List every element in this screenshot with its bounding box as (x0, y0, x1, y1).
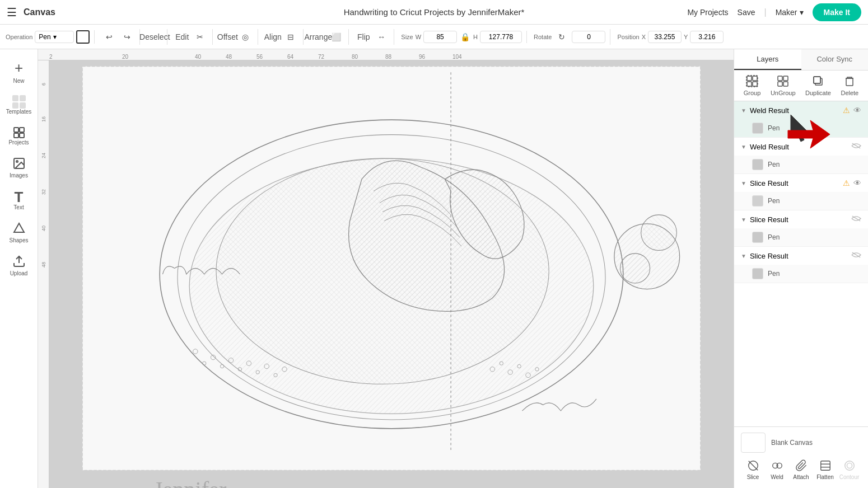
svg-rect-39 (753, 76, 757, 81)
projects-icon (12, 126, 26, 139)
offset-section: Offset ◎ (220, 29, 258, 45)
contour-icon (843, 459, 856, 473)
x-input[interactable] (648, 31, 682, 43)
upload-icon (12, 255, 26, 270)
eye-icon-3[interactable]: 👁 (853, 179, 861, 187)
ungroup-label: UnGroup (771, 90, 796, 96)
slice-label: Slice (747, 474, 759, 480)
svg-rect-58 (820, 461, 830, 471)
eye-icon-5[interactable] (851, 251, 861, 260)
panel-toolbar: Group UnGroup (734, 71, 868, 101)
layer-child-3: Pen (734, 192, 868, 210)
sidebar-item-images[interactable]: Images (2, 152, 36, 183)
menu-icon[interactable]: ☰ (7, 6, 17, 19)
height-input[interactable] (480, 31, 522, 43)
save-button[interactable]: Save (738, 8, 755, 17)
sidebar-item-templates[interactable]: Templates (2, 91, 36, 119)
offset-icon-btn[interactable]: ◎ (237, 29, 253, 45)
duplicate-button[interactable]: Duplicate (805, 75, 831, 96)
layer-child-1: Pen (734, 119, 868, 137)
my-projects-link[interactable]: My Projects (687, 8, 728, 17)
edit-icon-btn[interactable]: ✂ (192, 29, 208, 45)
flip-button[interactable]: Flip (356, 29, 371, 45)
layer-group-2: ▼ Weld Result Pen (734, 138, 868, 174)
eye-icon-2[interactable] (851, 142, 861, 151)
child-label-4: Pen (768, 233, 780, 241)
ungroup-button[interactable]: UnGroup (771, 75, 796, 96)
sidebar-item-shapes[interactable]: Shapes (2, 217, 36, 248)
layer-chevron-4: ▼ (741, 217, 746, 223)
svg-point-61 (844, 461, 854, 471)
width-group: W (416, 31, 457, 43)
blank-canvas-row: Blank Canvas (741, 433, 861, 453)
canvas-area[interactable]: 2 20 40 48 56 64 72 80 88 96 104 6 16 24… (38, 49, 734, 488)
edit-button[interactable]: Edit (174, 29, 190, 45)
svg-rect-43 (778, 76, 782, 81)
group-button[interactable]: Group (744, 75, 761, 96)
maker-dropdown[interactable]: Maker ▾ (776, 8, 804, 17)
contour-button[interactable]: Contour (837, 459, 861, 480)
layer-child-5: Pen (734, 265, 868, 283)
attach-icon (795, 459, 808, 473)
flatten-button[interactable]: Flatten (813, 459, 837, 480)
operation-select[interactable]: Pen ▾ (35, 31, 74, 43)
delete-button[interactable]: Delete (841, 75, 858, 96)
attach-label: Attach (793, 474, 809, 480)
lock-icon[interactable]: 🔒 (460, 32, 470, 41)
width-input[interactable] (423, 31, 457, 43)
sidebar-item-projects[interactable]: Projects (2, 121, 36, 150)
offset-button[interactable]: Offset (220, 29, 235, 45)
rotate-input[interactable] (572, 31, 605, 43)
sidebar-item-new[interactable]: + New (2, 55, 36, 88)
arrange-icon-btn[interactable]: ⬜ (328, 29, 344, 45)
layer-title-5: Slice Result (750, 252, 848, 260)
deselect-button[interactable]: Deselect (147, 29, 162, 45)
ungroup-icon (777, 75, 789, 88)
operation-value: Pen (39, 33, 50, 41)
group-icon (746, 75, 758, 88)
layer-header-1[interactable]: ▼ Weld Result ⚠ 👁 (734, 101, 868, 119)
tab-color-sync[interactable]: Color Sync (801, 49, 869, 70)
sidebar-item-label-text: Text (13, 204, 24, 210)
ruler-mark: 40 (195, 54, 201, 60)
arrange-button[interactable]: Arrange (310, 29, 326, 45)
make-it-button[interactable]: Make It (813, 3, 861, 21)
operation-chevron-icon: ▾ (53, 33, 57, 41)
bottom-tools: Slice Weld (741, 457, 861, 482)
flip-icon-btn[interactable]: ↔ (374, 29, 389, 45)
layer-header-2[interactable]: ▼ Weld Result (734, 138, 868, 156)
blank-canvas-swatch[interactable] (741, 433, 766, 453)
shapes-icon (12, 222, 26, 237)
layer-group-4: ▼ Slice Result Pen (734, 210, 868, 247)
svg-point-62 (847, 463, 852, 468)
svg-rect-46 (783, 82, 788, 86)
eye-icon-4[interactable] (851, 215, 861, 224)
svg-point-15 (641, 215, 677, 251)
canvas-drawing-area[interactable]: Jennifer JENNIFER MAKER (49, 60, 734, 488)
fill-color-button[interactable] (76, 30, 90, 44)
color-swatch-4 (752, 232, 763, 243)
eye-icon-1[interactable]: 👁 (853, 106, 861, 115)
sidebar-item-upload[interactable]: Upload (2, 250, 36, 281)
redo-button[interactable]: ↪ (119, 29, 135, 45)
layer-header-4[interactable]: ▼ Slice Result (734, 210, 868, 228)
layer-child-4: Pen (734, 228, 868, 246)
x-group: X (642, 31, 682, 43)
sidebar-item-text[interactable]: T Text (2, 185, 36, 215)
attach-button[interactable]: Attach (789, 459, 813, 480)
weld-button[interactable]: Weld (765, 459, 789, 480)
slice-button[interactable]: Slice (741, 459, 765, 480)
ruler-mark: 48 (226, 54, 232, 60)
ruler-mark: 96 (419, 54, 425, 60)
layer-header-5[interactable]: ▼ Slice Result (734, 247, 868, 265)
tab-layers[interactable]: Layers (734, 49, 801, 70)
right-panel: Layers Color Sync Group (734, 49, 868, 488)
undo-button[interactable]: ↩ (101, 29, 117, 45)
align-icon-btn[interactable]: ⊟ (283, 29, 298, 45)
layer-header-3[interactable]: ▼ Slice Result ⚠ 👁 (734, 174, 868, 192)
panel-tabs: Layers Color Sync (734, 49, 868, 71)
y-input[interactable] (690, 31, 724, 43)
deselect-btn-section: Deselect (147, 29, 167, 45)
ruler-mark: 2 (49, 54, 53, 60)
align-button[interactable]: Align (265, 29, 281, 45)
